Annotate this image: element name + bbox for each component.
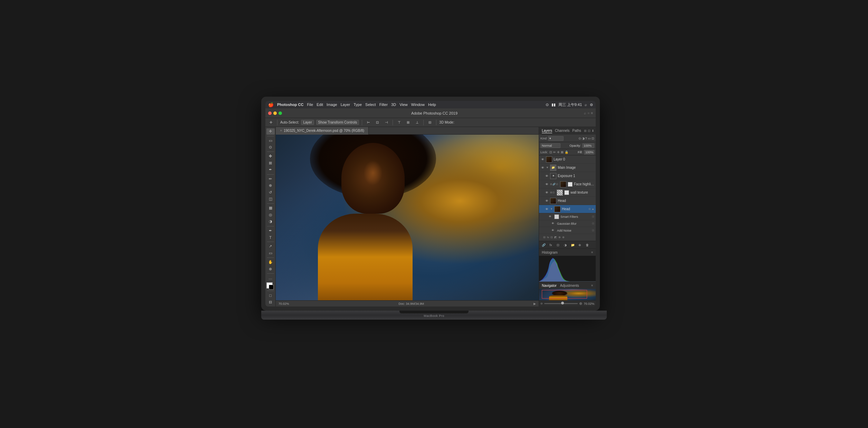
add-mask-icon[interactable]: ⊡ bbox=[555, 242, 561, 248]
menu-layer[interactable]: Layer bbox=[341, 103, 350, 107]
menu-type[interactable]: Type bbox=[353, 103, 362, 107]
lock-move-icon[interactable]: ✛ bbox=[557, 150, 560, 154]
adjustments-tab[interactable]: Adjustments bbox=[560, 284, 579, 288]
layer-visibility-icon[interactable]: 👁 bbox=[545, 191, 549, 194]
fx-icon[interactable]: fx bbox=[548, 242, 554, 248]
quick-selection-btn[interactable]: ✤ bbox=[266, 153, 275, 159]
new-layer-icon[interactable]: ⊕ bbox=[577, 242, 583, 248]
add-noise-row[interactable]: 👁 Add Noise ⊡ bbox=[539, 227, 596, 234]
align-right-icon[interactable]: ⊣ bbox=[383, 119, 390, 126]
layer-item[interactable]: 👁 Layer 0 bbox=[539, 155, 596, 164]
maximize-button[interactable] bbox=[279, 111, 282, 115]
layer-visibility-icon[interactable]: 👁 bbox=[540, 166, 545, 169]
eraser-tool-btn[interactable]: ◫ bbox=[266, 196, 275, 202]
blend-mode-dropdown[interactable]: Normal bbox=[540, 143, 560, 148]
blur-tool-btn[interactable]: ◎ bbox=[266, 212, 275, 218]
lasso-tool-btn[interactable]: ⊙ bbox=[266, 144, 275, 150]
layer-visibility-icon[interactable]: 👁 bbox=[545, 174, 549, 178]
smart-filter-options-icon[interactable]: ⊡ bbox=[592, 215, 594, 218]
zoom-slider[interactable] bbox=[544, 303, 578, 304]
dodge-tool-btn[interactable]: ◑ bbox=[266, 218, 275, 225]
layer-item[interactable]: 👁 Head bbox=[539, 197, 596, 205]
menu-image[interactable]: Image bbox=[327, 103, 337, 107]
show-transform-checkbox[interactable]: Show Transform Controls bbox=[316, 120, 359, 125]
lock-paint-icon[interactable]: ✏ bbox=[553, 150, 556, 154]
filter-adj-icon[interactable]: ◑ bbox=[582, 137, 585, 140]
ps-canvas[interactable] bbox=[276, 135, 539, 300]
filter-pixel-icon[interactable]: ⊙ bbox=[578, 137, 581, 140]
navigator-title[interactable]: Navigator bbox=[542, 284, 557, 288]
move-tool-btn[interactable]: ✛ bbox=[266, 128, 275, 135]
tab-layers[interactable]: Layers bbox=[542, 129, 552, 133]
control-center-icon[interactable]: ⊜ bbox=[590, 103, 593, 107]
menu-edit[interactable]: Edit bbox=[317, 103, 323, 107]
filter-smart-icon[interactable]: ⊡ bbox=[592, 137, 594, 140]
layer-item[interactable]: 👁 ▼ 📁 Main Image bbox=[539, 164, 596, 172]
expand-icon[interactable]: ▲ bbox=[592, 207, 594, 211]
zoom-in-icon[interactable]: ⊕ bbox=[579, 301, 582, 306]
menu-3d[interactable]: 3D bbox=[391, 103, 396, 107]
menu-view[interactable]: View bbox=[399, 103, 408, 107]
zoom-slider-thumb[interactable] bbox=[561, 302, 564, 304]
menu-filter[interactable]: Filter bbox=[379, 103, 388, 107]
align-top-icon[interactable]: ⊤ bbox=[396, 119, 403, 126]
tab-close-icon[interactable]: ✕ bbox=[280, 129, 282, 132]
align-left-icon[interactable]: ⊢ bbox=[365, 119, 372, 126]
add-noise-icon[interactable]: ⊡ bbox=[592, 229, 594, 232]
menu-help[interactable]: Help bbox=[428, 103, 436, 107]
ps-user-icon[interactable]: ○ bbox=[587, 111, 589, 115]
group-expand-arrow-2[interactable]: ▼ bbox=[550, 207, 553, 211]
layer-item[interactable]: 👁 ☀ Exposure 1 bbox=[539, 172, 596, 180]
filter-shape-icon[interactable]: ▭ bbox=[588, 137, 591, 140]
lock-all-icon[interactable]: 🔒 bbox=[565, 150, 568, 154]
layer-item-selected[interactable]: 👁 ▼ Head ⊙ ▲ bbox=[539, 205, 596, 213]
auto-select-dropdown[interactable]: Layer bbox=[301, 120, 314, 125]
foreground-background-colors[interactable] bbox=[266, 282, 275, 289]
panel-icon-3[interactable]: ⬇ bbox=[592, 129, 594, 133]
delete-layer-icon[interactable]: 🗑 bbox=[584, 242, 590, 248]
link-layers-icon[interactable]: 🔗 bbox=[540, 242, 547, 248]
minimize-button[interactable] bbox=[273, 111, 277, 115]
kind-dropdown[interactable]: ▾ bbox=[548, 136, 564, 141]
background-color[interactable] bbox=[269, 285, 274, 290]
align-middle-h-icon[interactable]: ⊞ bbox=[405, 119, 412, 126]
layer-visibility-icon[interactable]: 👁 bbox=[545, 207, 549, 211]
app-name-menu[interactable]: Photoshop CC bbox=[277, 103, 303, 107]
zoom-tool-btn[interactable]: ⊕ bbox=[266, 266, 275, 272]
layer-visibility-icon[interactable]: 👁 bbox=[545, 183, 549, 186]
hand-tool-btn[interactable]: ✋ bbox=[266, 259, 275, 265]
zoom-out-icon[interactable]: ⊖ bbox=[540, 302, 543, 305]
gaussian-blur-icon[interactable]: ⊡ bbox=[592, 222, 594, 225]
spotlight-icon[interactable]: ⌕ bbox=[585, 103, 587, 107]
histogram-expand-icon[interactable]: ≡ bbox=[591, 251, 593, 254]
brush-tool-btn[interactable]: ✏ bbox=[266, 176, 275, 182]
panel-icon-1[interactable]: ⊞ bbox=[584, 129, 587, 133]
pen-tool-btn[interactable]: ✒ bbox=[266, 227, 275, 234]
gradient-tool-btn[interactable]: ▦ bbox=[266, 205, 275, 211]
shape-tool-btn[interactable]: ▭ bbox=[266, 250, 275, 256]
smart-filter-eye[interactable]: 👁 bbox=[549, 215, 553, 218]
group-icon[interactable]: 📁 bbox=[569, 242, 576, 248]
layer-item[interactable]: 👁 ⊞ ⊡ wall texture bbox=[539, 188, 596, 197]
crop-tool-btn[interactable]: ⊠ bbox=[266, 160, 275, 166]
document-tab[interactable]: ✕ 190325_NYC_Derek-Afternoon.psd @ 70% (… bbox=[276, 127, 369, 135]
group-expand-arrow[interactable]: ▼ bbox=[546, 166, 549, 169]
menu-select[interactable]: Select bbox=[365, 103, 376, 107]
adjustment-icon[interactable]: ◑ bbox=[562, 242, 568, 248]
screen-mode-btn[interactable]: ⊟ bbox=[266, 299, 275, 305]
type-tool-btn[interactable]: T bbox=[266, 234, 275, 241]
close-button[interactable] bbox=[268, 111, 272, 115]
path-selection-btn[interactable]: ↗ bbox=[266, 243, 275, 250]
fill-value[interactable]: 100% bbox=[584, 150, 594, 155]
gaussian-blur-eye[interactable]: 👁 bbox=[551, 222, 556, 225]
align-center-v-icon[interactable]: ⊡ bbox=[374, 119, 381, 126]
foreground-color[interactable] bbox=[266, 282, 273, 289]
nav-viewport-box[interactable] bbox=[542, 290, 587, 299]
align-bottom-icon[interactable]: ⊥ bbox=[414, 119, 421, 126]
marquee-tool-btn[interactable]: ▭ bbox=[266, 137, 275, 144]
ps-menu-icon[interactable]: ≡ bbox=[591, 111, 593, 115]
layer-visibility-icon[interactable]: 👁 bbox=[540, 158, 545, 161]
clone-stamp-btn[interactable]: ⊕ bbox=[266, 183, 275, 189]
navigator-expand-icon[interactable]: ≡ bbox=[591, 284, 593, 287]
eyedropper-tool-btn[interactable]: ✒ bbox=[266, 167, 275, 173]
